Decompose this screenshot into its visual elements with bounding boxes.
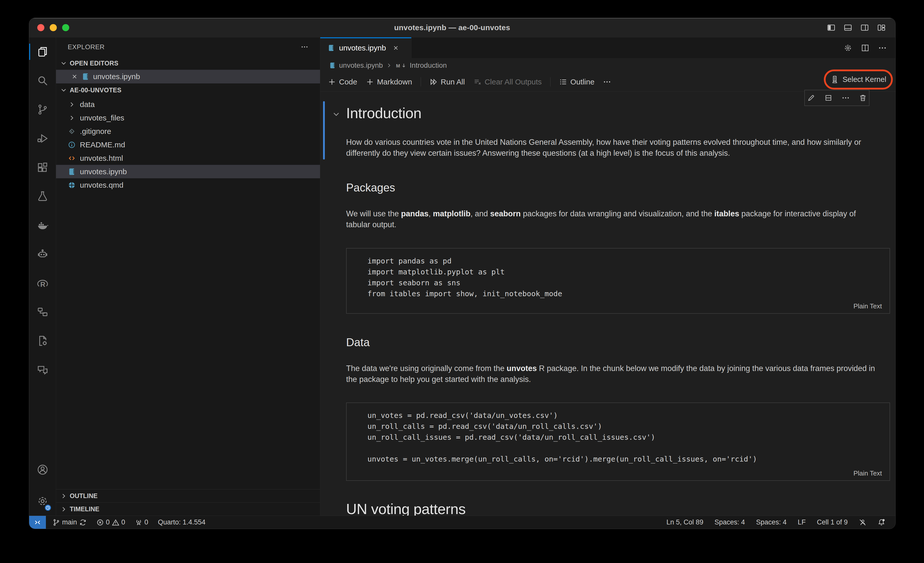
r-extension-icon <box>37 277 48 289</box>
run-all-label: Run All <box>441 78 465 86</box>
problems-status[interactable]: 0 0 <box>96 518 125 526</box>
outline-section-header[interactable]: OUTLINE <box>56 489 320 502</box>
indentation-status[interactable]: Spaces: 4 <box>714 518 745 526</box>
explorer-more-actions-icon[interactable] <box>301 43 308 51</box>
tree-item-file[interactable]: unvotes.html <box>56 152 320 165</box>
tree-item-file[interactable]: unvotes.qmd <box>56 178 320 192</box>
edit-cell-pencil-icon[interactable] <box>807 94 815 102</box>
quarto-icon <box>68 181 76 189</box>
open-editors-label: OPEN EDITORS <box>70 60 118 67</box>
accessibility-status[interactable] <box>859 519 867 526</box>
quarto-status[interactable]: Quarto: 1.4.554 <box>158 518 206 526</box>
focused-cell-indicator <box>323 101 325 159</box>
markdown-down-icon <box>395 62 407 69</box>
outline-button[interactable]: Outline <box>559 78 594 86</box>
file-name: .gitignore <box>80 127 111 136</box>
activity-item-docker[interactable] <box>29 211 56 240</box>
activity-item-project-manager[interactable] <box>29 297 56 326</box>
cell-language-picker[interactable]: Plain Text <box>854 302 882 310</box>
sidebar-title: EXPLORER <box>68 43 105 51</box>
split-editor-icon[interactable] <box>861 44 870 52</box>
tree-item-folder[interactable]: data <box>56 98 320 111</box>
activity-item-r[interactable] <box>29 269 56 297</box>
notifications-status[interactable] <box>878 519 885 526</box>
explorer-sidebar: EXPLORER OPEN EDITORS unvotes.ipynb AE-0… <box>56 37 320 516</box>
layout-controls <box>819 23 896 32</box>
close-icon[interactable] <box>71 73 78 80</box>
eol-status[interactable]: LF <box>798 518 806 526</box>
activity-item-run-debug[interactable] <box>29 124 56 153</box>
cell-indicator-status[interactable]: Cell 1 of 9 <box>817 518 848 526</box>
toolbar-more-icon[interactable] <box>603 78 611 86</box>
activity-item-account[interactable] <box>29 455 56 484</box>
code-cell[interactable]: import pandas as pd import matplotlib.py… <box>346 248 890 314</box>
breadcrumb-section[interactable]: Introduction <box>410 62 447 69</box>
indentation-status-2[interactable]: Spaces: 4 <box>756 518 787 526</box>
activity-item-testing[interactable] <box>29 182 56 211</box>
tree-item-folder[interactable]: unvotes_files <box>56 111 320 125</box>
toggle-secondary-sidebar-icon[interactable] <box>860 23 869 32</box>
activity-item-comments[interactable] <box>29 355 56 384</box>
activity-item-copilot[interactable] <box>29 240 56 269</box>
customize-layout-icon[interactable] <box>877 23 886 32</box>
folder-name: unvotes_files <box>80 114 124 122</box>
editor-gear-icon[interactable] <box>844 44 852 52</box>
activity-item-settings[interactable] <box>29 486 56 516</box>
breadcrumb: unvotes.ipynb Introduction <box>320 59 896 72</box>
minimize-window-button[interactable] <box>50 24 57 31</box>
code-editor[interactable]: un_votes = pd.read_csv('data/un_votes.cs… <box>346 403 890 465</box>
breadcrumb-file[interactable]: unvotes.ipynb <box>339 62 383 69</box>
activity-item-extensions[interactable] <box>29 153 56 182</box>
activity-item-search[interactable] <box>29 66 56 95</box>
vscode-window: unvotes.ipynb — ae-00-unvotes <box>29 18 896 529</box>
outline-label: OUTLINE <box>70 492 98 500</box>
cursor-position-status[interactable]: Ln 5, Col 89 <box>666 518 704 526</box>
file-name: README.md <box>80 141 125 149</box>
code-line: un_roll_calls = pd.read_csv('data/un_rol… <box>368 422 879 433</box>
eol-label: LF <box>798 518 806 526</box>
tree-item-file[interactable]: .gitignore <box>56 125 320 138</box>
open-editors-section-header[interactable]: OPEN EDITORS <box>56 57 320 70</box>
add-markdown-cell-button[interactable]: Markdown <box>366 78 412 86</box>
add-code-cell-button[interactable]: Code <box>328 78 357 86</box>
activity-item-file-tools[interactable] <box>29 326 56 355</box>
collapse-section-chevron-icon[interactable] <box>332 110 340 119</box>
more-actions-icon[interactable] <box>878 44 887 52</box>
tree-item-file-selected[interactable]: unvotes.ipynb <box>56 165 320 178</box>
run-all-button[interactable]: Run All <box>429 78 465 86</box>
delete-cell-trash-icon[interactable] <box>859 94 867 102</box>
remote-indicator-button[interactable] <box>29 516 46 529</box>
outline-button-label: Outline <box>570 78 594 86</box>
chevron-right-icon <box>386 62 392 69</box>
notebook-toolbar: Code Markdown Run All Clear All Outputs <box>320 72 896 92</box>
ports-status[interactable]: 0 <box>135 518 148 526</box>
outline-list-icon <box>559 78 567 86</box>
text-run: packages for data wrangling and visualiz… <box>521 209 714 218</box>
split-cell-icon[interactable] <box>824 94 832 102</box>
tab-unvotes-ipynb[interactable]: unvotes.ipynb <box>320 37 411 59</box>
timeline-section-header[interactable]: TIMELINE <box>56 502 320 516</box>
toggle-primary-sidebar-icon[interactable] <box>827 23 836 32</box>
toggle-panel-icon[interactable] <box>844 23 852 32</box>
notebook-content[interactable]: Introduction How do various countries vo… <box>320 92 896 516</box>
activity-item-explorer[interactable] <box>29 37 56 66</box>
code-line: import matplotlib.pyplot as plt <box>368 267 879 278</box>
zoom-window-button[interactable] <box>62 24 69 31</box>
close-tab-icon[interactable] <box>393 45 399 51</box>
sync-icon <box>79 519 87 526</box>
cell-more-actions-icon[interactable] <box>842 94 850 102</box>
close-window-button[interactable] <box>37 24 44 31</box>
open-editor-item[interactable]: unvotes.ipynb <box>56 70 320 83</box>
code-cell[interactable]: un_votes = pd.read_csv('data/un_votes.cs… <box>346 402 890 481</box>
select-kernel-button[interactable]: Select Kernel <box>824 69 893 90</box>
project-section-header[interactable]: AE-00-UNVOTES <box>56 83 320 97</box>
cell-language-picker[interactable]: Plain Text <box>854 470 882 477</box>
text-run: The data we're using originally come fro… <box>346 364 507 373</box>
clear-all-outputs-button[interactable]: Clear All Outputs <box>473 78 542 86</box>
file-name: unvotes.qmd <box>80 181 123 189</box>
tree-item-file[interactable]: README.md <box>56 138 320 152</box>
git-branch-status[interactable]: main <box>52 518 87 526</box>
activity-item-source-control[interactable] <box>29 95 56 124</box>
code-editor[interactable]: import pandas as pd import matplotlib.py… <box>346 249 890 300</box>
markdown-paragraph: How do various countries vote in the Uni… <box>346 137 879 159</box>
